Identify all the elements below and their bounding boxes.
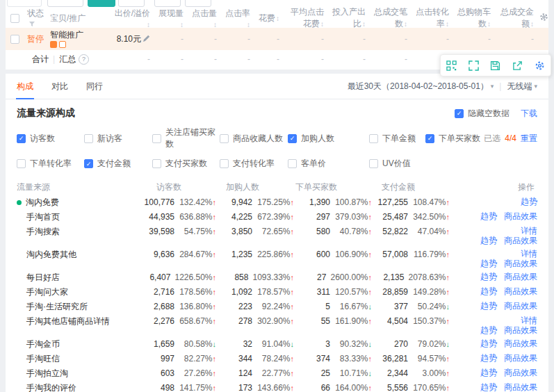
metric-checkbox-item[interactable]: 下单转化率: [17, 158, 84, 170]
hide-empty-checkbox[interactable]: ✓: [455, 109, 464, 118]
bid-value[interactable]: 8.10元: [110, 33, 153, 45]
traffic-source-name[interactable]: 手淘·生活研究所: [17, 302, 138, 312]
traffic-source-name[interactable]: 淘内免费: [17, 197, 138, 208]
reset-link[interactable]: 重置: [521, 133, 537, 145]
tab-compare[interactable]: 对比: [51, 74, 68, 99]
tab-composition[interactable]: 构成: [17, 74, 33, 99]
sort-icon[interactable]: ↕: [404, 20, 407, 28]
checkbox-unchecked-icon[interactable]: [369, 159, 378, 168]
action-link[interactable]: 商品效果: [504, 326, 537, 335]
column-header[interactable]: 总购物车数↕: [452, 6, 494, 30]
checkbox-unchecked-icon[interactable]: [288, 159, 297, 168]
action-link[interactable]: 趋势: [480, 339, 497, 348]
metric-checkbox-item[interactable]: 支付转化率: [220, 158, 288, 170]
action-link[interactable]: 详情: [521, 250, 537, 259]
action-link[interactable]: 趋势: [480, 272, 497, 281]
download-link[interactable]: 下载: [521, 108, 537, 120]
metric-checkbox-item[interactable]: ✓支付金额: [84, 158, 152, 170]
select-all-checkbox[interactable]: [10, 14, 19, 23]
action-link[interactable]: 趋势: [480, 302, 497, 311]
column-header[interactable]: 投入产出比↕: [327, 6, 368, 30]
campaign-name-cell[interactable]: 智能推广: [47, 31, 110, 48]
sort-icon[interactable]: ↕: [530, 20, 534, 28]
metric-checkbox-item[interactable]: ✓下单买家数: [425, 133, 480, 145]
action-link[interactable]: 商品效果: [504, 339, 537, 348]
sort-icon[interactable]: ↕: [362, 20, 366, 28]
sort-icon[interactable]: ↕: [147, 21, 150, 28]
traffic-source-name[interactable]: 淘内免费其他: [17, 250, 138, 260]
action-link[interactable]: 商品效果: [504, 236, 537, 245]
summary-label[interactable]: 合计: [32, 54, 49, 65]
fullscreen-icon[interactable]: [465, 57, 482, 74]
settings-icon[interactable]: [531, 57, 548, 74]
traffic-source-name[interactable]: 手淘问大家: [17, 287, 138, 297]
column-header[interactable]: 展现量↕: [153, 8, 186, 29]
checkbox-checked-icon[interactable]: ✓: [84, 159, 93, 168]
action-link[interactable]: 趋势: [480, 368, 497, 377]
action-link[interactable]: 趋势: [480, 326, 497, 335]
traffic-source-name[interactable]: 手淘其他店铺商品详情: [17, 316, 138, 327]
share-icon[interactable]: [510, 57, 526, 74]
top-table-row[interactable]: 暂停智能推广8.10元----------: [6, 28, 548, 50]
traffic-source-name[interactable]: 每日好店: [17, 272, 138, 283]
action-link[interactable]: 商品效果: [504, 287, 537, 296]
action-link[interactable]: 商品效果: [504, 272, 537, 281]
checkbox-unchecked-icon[interactable]: [152, 134, 161, 143]
metric-checkbox-item[interactable]: 商品收藏人数: [220, 133, 288, 145]
sort-icon[interactable]: ↕: [213, 21, 217, 28]
save-icon[interactable]: [487, 57, 504, 74]
checkbox-unchecked-icon[interactable]: [220, 159, 229, 168]
checkbox-checked-icon[interactable]: ✓: [17, 134, 26, 143]
metric-checkbox-item[interactable]: ✓加购人数: [288, 133, 369, 145]
action-link[interactable]: 商品效果: [504, 259, 537, 268]
sort-icon[interactable]: ↕: [180, 21, 184, 28]
column-header[interactable]: 平均点击花费↕: [282, 6, 327, 30]
traffic-source-name[interactable]: 手淘首页: [17, 212, 138, 222]
traffic-source-name[interactable]: 手淘金币: [17, 339, 138, 350]
traffic-source-name[interactable]: 手淘拍立淘: [17, 368, 138, 379]
metric-checkbox-item[interactable]: 下单金额: [369, 133, 425, 145]
action-link[interactable]: 商品效果: [504, 212, 537, 221]
metric-checkbox-item[interactable]: 关注店铺买家数: [152, 126, 220, 150]
column-header[interactable]: 点击转化率↕: [410, 6, 452, 30]
action-link[interactable]: 商品效果: [504, 302, 537, 311]
partial-button-2[interactable]: [47, 0, 83, 7]
partial-button-4[interactable]: [154, 0, 181, 7]
checkbox-unchecked-icon[interactable]: [84, 134, 93, 143]
action-link[interactable]: 趋势: [480, 212, 497, 221]
action-link[interactable]: 趋势: [480, 287, 497, 296]
qr-code-icon[interactable]: [443, 57, 460, 74]
action-link[interactable]: 趋势: [521, 197, 537, 206]
action-link[interactable]: 趋势: [480, 236, 497, 245]
checkbox-unchecked-icon[interactable]: [152, 159, 161, 168]
metric-checkbox-item[interactable]: ✓访客数: [17, 133, 84, 145]
terminal-selector[interactable]: 无线端 ▾: [507, 81, 537, 92]
action-link[interactable]: 详情: [521, 227, 537, 236]
checkbox-checked-icon[interactable]: ✓: [425, 134, 434, 143]
metric-checkbox-item[interactable]: 新访客: [84, 133, 152, 145]
partial-button-1[interactable]: [7, 0, 42, 7]
sort-icon[interactable]: ↕: [247, 21, 250, 28]
traffic-source-name[interactable]: 手淘我的评价: [17, 383, 138, 392]
action-link[interactable]: 商品效果: [504, 368, 537, 377]
traffic-source-name[interactable]: 手淘搜索: [17, 227, 138, 237]
metric-checkbox-item[interactable]: 客单价: [288, 158, 369, 170]
column-header[interactable]: 总成交金额↕: [494, 6, 537, 30]
column-header[interactable]: 出价/溢价↕: [110, 8, 153, 29]
column-header[interactable]: 花费↕: [253, 13, 282, 24]
action-link[interactable]: 趋势: [480, 383, 497, 392]
action-link[interactable]: 趋势: [480, 259, 497, 268]
action-link[interactable]: 趋势: [480, 354, 497, 363]
column-header[interactable]: 点击率↕: [220, 8, 253, 29]
checkbox-unchecked-icon[interactable]: [17, 159, 26, 168]
column-header[interactable]: 总成交笔数↕: [368, 6, 410, 30]
checkbox-unchecked-icon[interactable]: [220, 134, 229, 143]
tab-peers[interactable]: 同行: [86, 74, 103, 99]
partial-button-primary[interactable]: [88, 0, 115, 7]
sort-icon[interactable]: ↕: [276, 15, 279, 22]
action-link[interactable]: 详情: [521, 316, 537, 325]
metric-checkbox-item[interactable]: 支付买家数: [152, 158, 220, 170]
row-checkbox[interactable]: [10, 35, 19, 44]
action-link[interactable]: 商品效果: [504, 354, 537, 363]
column-settings-gear-icon[interactable]: [537, 13, 551, 24]
